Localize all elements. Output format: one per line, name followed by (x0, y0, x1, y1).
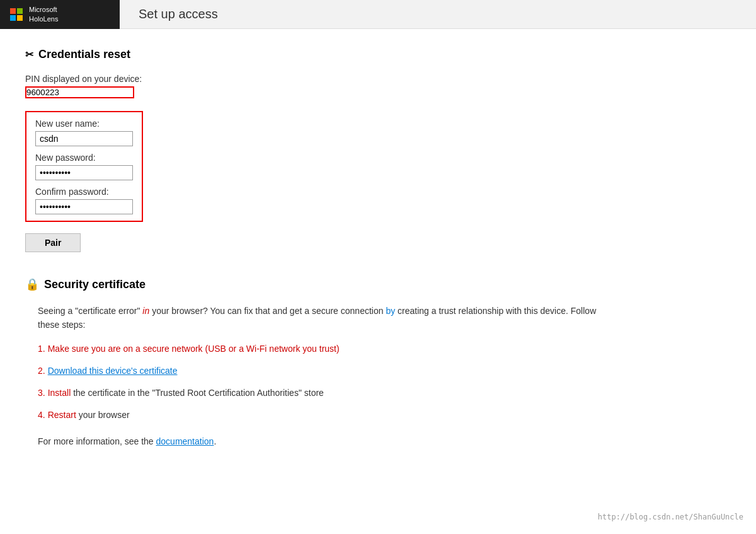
step4-restart-word: Restart (48, 410, 76, 420)
step2-number: 2. (38, 364, 45, 378)
main-content: ✂ Credentials reset PIN displayed on you… (0, 29, 756, 467)
security-heading: 🔒 Security certificate (25, 277, 731, 291)
more-info-text: For more information, see the (38, 436, 154, 446)
step4-rest: your browser (76, 410, 130, 420)
step4-number: 4. (38, 409, 45, 422)
password-input[interactable] (35, 165, 133, 180)
step3-install-word: Install (48, 388, 71, 398)
password-label: New password: (35, 153, 133, 163)
step-3: 3. Install the certificate in the "Trust… (38, 386, 731, 400)
credentials-heading: ✂ Credentials reset (25, 48, 731, 61)
step1-text: Make sure you are on a secure network (U… (48, 342, 340, 356)
credentials-section: ✂ Credentials reset PIN displayed on you… (25, 48, 731, 252)
more-info: For more information, see the documentat… (38, 434, 731, 448)
confirm-label: Confirm password: (35, 187, 133, 197)
logo-text: Microsoft HoloLens (29, 5, 58, 23)
step3-rest: the certificate in the "Trusted Root Cer… (71, 388, 324, 398)
step-2: 2. Download this device's certificate (38, 364, 731, 378)
cert-description: Seeing a "certificate error" in your bro… (38, 304, 605, 332)
step1-number: 1. (38, 342, 45, 356)
app-header: Microsoft HoloLens Set up access (0, 0, 756, 29)
pin-input[interactable] (25, 86, 134, 98)
credentials-icon: ✂ (25, 49, 33, 61)
more-info-end: . (214, 436, 216, 446)
step-1: 1. Make sure you are on a secure network… (38, 342, 731, 356)
pair-button[interactable]: Pair (25, 233, 81, 252)
step-4: 4. Restart your browser (38, 409, 731, 422)
step2-text: Download this device's certificate (48, 364, 178, 378)
username-field-group: New user name: (35, 119, 133, 146)
documentation-link[interactable]: documentation (156, 436, 214, 446)
step4-text: Restart your browser (48, 409, 130, 422)
confirm-input[interactable] (35, 199, 133, 214)
steps-list: 1. Make sure you are on a secure network… (38, 342, 731, 422)
step3-text: Install the certificate in the "Trusted … (48, 386, 324, 400)
pin-field-group: PIN displayed on your device: (25, 74, 731, 98)
pin-label: PIN displayed on your device: (25, 74, 731, 84)
username-input[interactable] (35, 131, 133, 146)
microsoft-logo-icon (10, 8, 23, 21)
password-field-group: New password: (35, 153, 133, 180)
security-section: 🔒 Security certificate Seeing a "certifi… (25, 277, 731, 448)
step3-number: 3. (38, 386, 45, 400)
lock-icon: 🔒 (25, 277, 39, 291)
page-title: Set up access (120, 7, 218, 21)
download-cert-link[interactable]: Download this device's certificate (48, 366, 178, 376)
logo-area: Microsoft HoloLens (0, 0, 120, 29)
credentials-box: New user name: New password: Confirm pas… (25, 111, 143, 222)
username-label: New user name: (35, 119, 133, 129)
confirm-field-group: Confirm password: (35, 187, 133, 214)
